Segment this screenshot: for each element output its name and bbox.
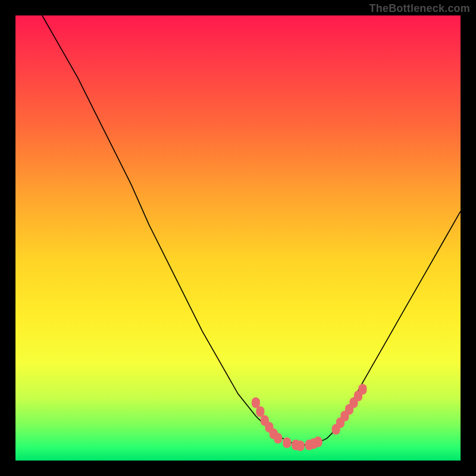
chart-svg (15, 15, 461, 461)
data-markers (252, 384, 367, 451)
data-marker (358, 384, 367, 394)
chart-frame: TheBottleneck.com (0, 0, 476, 476)
data-marker (314, 437, 322, 447)
watermark-label: TheBottleneck.com (369, 2, 470, 15)
data-marker (256, 406, 264, 417)
data-marker (283, 437, 291, 448)
bottleneck-curve (42, 15, 461, 445)
data-marker (296, 440, 305, 451)
data-marker (274, 433, 282, 444)
data-marker (252, 397, 260, 408)
plot-area (15, 15, 461, 461)
